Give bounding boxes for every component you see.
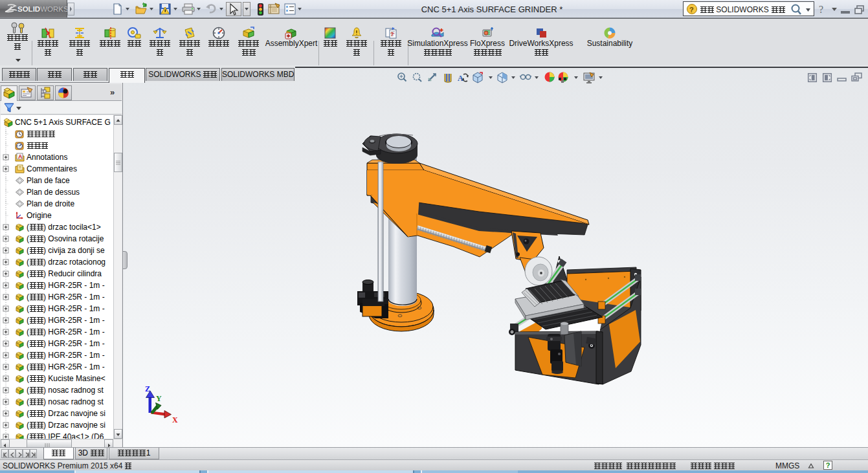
svg-text:SOLIDWORKS: SOLIDWORKS bbox=[17, 5, 67, 13]
svg-text:Y: Y bbox=[156, 394, 162, 403]
svg-text:A: A bbox=[18, 153, 23, 160]
svg-text:Z: Z bbox=[145, 385, 150, 393]
svg-text:?: ? bbox=[819, 4, 823, 15]
svg-text:X: X bbox=[172, 415, 178, 424]
svg-text:?: ? bbox=[390, 31, 394, 38]
svg-text:?: ? bbox=[689, 6, 694, 14]
